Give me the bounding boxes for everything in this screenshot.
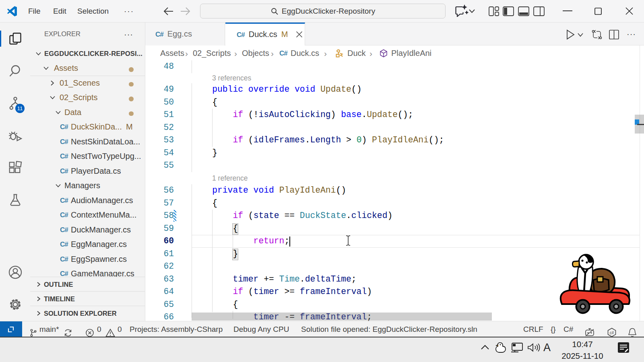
svg-text:c#: c# (610, 331, 614, 335)
